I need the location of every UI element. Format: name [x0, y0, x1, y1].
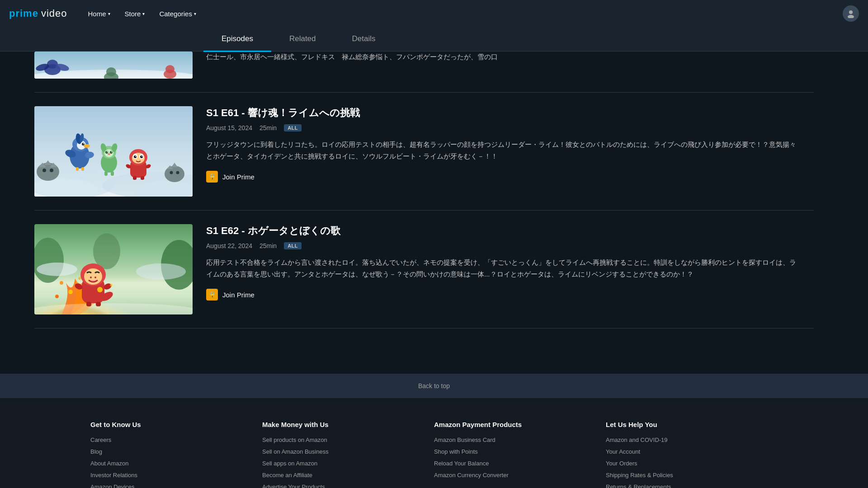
- prime-video-logo[interactable]: prime video: [9, 8, 67, 19]
- episode-62-badge: ALL: [284, 242, 302, 249]
- svg-point-60: [50, 169, 53, 172]
- episode-62-title: S1 E62 - ホゲータとぼくの歌: [206, 224, 800, 238]
- footer-link[interactable]: Amazon Currency Converter: [434, 471, 606, 479]
- svg-point-11: [106, 67, 116, 76]
- footer-link[interactable]: Become an Affiliate: [262, 471, 434, 479]
- episode-partial-top: 仁士ール、市永居ヘ一緒様式、フレドキス 禄ム総奈参悩ト、フパンポゲータだったが、…: [34, 52, 814, 93]
- svg-rect-83: [96, 302, 101, 306]
- nav-links: Home ▾ Store ▾ Categories ▾: [81, 6, 203, 21]
- footer-col-2: Make Money with Us Sell products on Amaz…: [262, 421, 434, 488]
- svg-point-49: [135, 156, 136, 157]
- tab-episodes[interactable]: Episodes: [203, 27, 271, 52]
- footer-main: Get to Know Us Careers Blog About Amazon…: [0, 398, 868, 488]
- episode-61-duration: 25min: [259, 124, 277, 131]
- nav-categories-link[interactable]: Categories ▾: [152, 6, 203, 21]
- footer-link[interactable]: Your Account: [606, 447, 778, 455]
- footer-col-2-links: Sell products on Amazon Sell on Amazon B…: [262, 436, 434, 488]
- episode-61-title: S1 E61 - 響け魂！ライムへの挑戦: [206, 106, 800, 120]
- footer-link[interactable]: Shipping Rates & Policies: [606, 471, 778, 479]
- footer-link[interactable]: Blog: [90, 447, 262, 455]
- logo-prime-text: prime: [9, 8, 38, 19]
- svg-point-36: [110, 151, 113, 154]
- footer-col-1: Get to Know Us Careers Blog About Amazon…: [90, 421, 262, 488]
- footer-col-4-links: Amazon and COVID-19 Your Account Your Or…: [606, 436, 778, 488]
- svg-rect-54: [141, 176, 144, 180]
- svg-point-50: [142, 156, 142, 157]
- episode-61-info: S1 E61 - 響け魂！ライムへの挑戦 August 15, 2024 25m…: [193, 106, 814, 197]
- svg-rect-53: [133, 176, 137, 180]
- footer-link[interactable]: Returns & Replacements: [606, 483, 778, 488]
- episode-partial-thumbnail[interactable]: [34, 52, 193, 79]
- nav-item-store[interactable]: Store ▾: [118, 6, 152, 21]
- svg-rect-41: [111, 171, 114, 176]
- user-avatar[interactable]: [843, 5, 859, 22]
- footer-link[interactable]: Sell products on Amazon: [262, 436, 434, 444]
- episode-61-thumbnail[interactable]: [34, 106, 193, 197]
- footer-link[interactable]: Sell on Amazon Business: [262, 447, 434, 455]
- footer-link[interactable]: Your Orders: [606, 459, 778, 467]
- episode-62-meta: August 22, 2024 25min ALL: [206, 242, 800, 249]
- episode-62-info: S1 E62 - ホゲータとぼくの歌 August 22, 2024 25min…: [193, 224, 814, 314]
- footer-link[interactable]: About Amazon: [90, 459, 262, 467]
- join-prime-label-61: Join Prime: [222, 173, 255, 181]
- svg-point-23: [84, 144, 90, 148]
- footer-col-3-links: Amazon Business Card Shop with Points Re…: [434, 436, 606, 479]
- footer-link[interactable]: Investor Relations: [90, 471, 262, 479]
- episode-card-62: S1 E62 - ホゲータとぼくの歌 August 22, 2024 25min…: [34, 211, 814, 328]
- tab-details[interactable]: Details: [334, 27, 394, 52]
- svg-point-86: [60, 281, 63, 285]
- svg-point-9: [165, 65, 175, 73]
- svg-point-0: [849, 10, 853, 14]
- svg-point-70: [37, 263, 77, 276]
- nav-item-categories[interactable]: Categories ▾: [152, 6, 203, 21]
- svg-rect-29: [81, 167, 84, 171]
- episode-62-description: 応用テスト不合格をライムから言い渡されたロイ。落ち込んでいたが、ネモの提案を受け…: [206, 257, 800, 280]
- svg-point-1: [848, 15, 854, 18]
- footer-link[interactable]: Amazon Business Card: [434, 436, 606, 444]
- nav-home-link[interactable]: Home ▾: [81, 6, 118, 21]
- episode-62-duration: 25min: [259, 242, 277, 249]
- footer-col-3: Amazon Payment Products Amazon Business …: [434, 421, 606, 488]
- tab-related[interactable]: Related: [271, 27, 334, 52]
- logo-video-text: video: [41, 8, 67, 19]
- svg-point-22: [83, 143, 84, 144]
- nav-store-link[interactable]: Store ▾: [118, 6, 152, 21]
- svg-point-79: [94, 277, 96, 278]
- episode-61-badge: ALL: [284, 124, 302, 131]
- footer-link[interactable]: Reload Your Balance: [434, 459, 606, 467]
- svg-point-69: [93, 233, 120, 269]
- svg-point-65: [176, 171, 179, 174]
- lock-icon-61: 🔒: [206, 171, 218, 183]
- svg-rect-40: [104, 171, 108, 176]
- svg-point-55: [37, 163, 59, 181]
- footer-link[interactable]: Careers: [90, 436, 262, 444]
- footer-link[interactable]: Shop with Points: [434, 447, 606, 455]
- footer-link[interactable]: Amazon and COVID-19: [606, 436, 778, 444]
- episode-62-join-prime[interactable]: 🔒 Join Prime: [206, 289, 800, 300]
- episode-card-61: S1 E61 - 響け魂！ライムへの挑戦 August 15, 2024 25m…: [34, 93, 814, 211]
- back-to-top-text: Back to top: [418, 382, 450, 389]
- svg-point-48: [140, 155, 143, 158]
- svg-point-47: [134, 155, 137, 158]
- episode-61-description: フリッジタウンに到着したリコたち。ロイの応用テストの相手は、超有名ラッパーの顔を…: [206, 139, 800, 162]
- episode-62-thumbnail[interactable]: [34, 224, 193, 314]
- footer-col-1-links: Careers Blog About Amazon Investor Relat…: [90, 436, 262, 488]
- footer-link[interactable]: Sell apps on Amazon: [262, 459, 434, 467]
- svg-point-87: [78, 277, 81, 280]
- back-to-top-bar[interactable]: Back to top: [0, 374, 868, 398]
- svg-point-5: [47, 60, 58, 69]
- episode-61-join-prime[interactable]: 🔒 Join Prime: [206, 171, 800, 183]
- svg-point-71: [136, 263, 186, 280]
- svg-point-37: [107, 151, 108, 152]
- home-chevron-icon: ▾: [108, 11, 110, 16]
- svg-point-64: [170, 171, 173, 174]
- categories-chevron-icon: ▾: [194, 11, 196, 16]
- footer-link[interactable]: Advertise Your Products: [262, 483, 434, 488]
- tab-bar: Episodes Related Details: [0, 27, 868, 52]
- store-chevron-icon: ▾: [142, 11, 145, 16]
- svg-point-78: [90, 277, 92, 278]
- svg-rect-82: [86, 302, 91, 306]
- episode-61-date: August 15, 2024: [206, 124, 252, 131]
- footer-link[interactable]: Amazon Devices: [90, 483, 262, 488]
- nav-item-home[interactable]: Home ▾: [81, 6, 118, 21]
